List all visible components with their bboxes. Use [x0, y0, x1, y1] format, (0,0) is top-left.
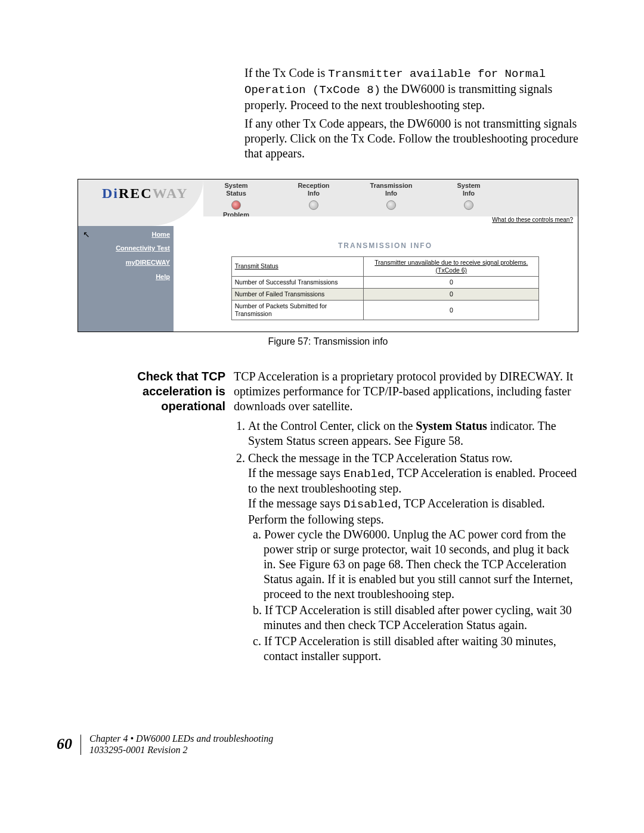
status-dot-icon [309, 200, 318, 210]
step1-pre: At the Control Center, click on the [248, 419, 416, 432]
tab-system-info[interactable]: System Info [442, 182, 496, 216]
tab-label-line1: Reception [287, 182, 340, 190]
step2-disabled: If the message says Disabled, TCP Accele… [248, 496, 578, 527]
sidebar-item-home[interactable]: Home [78, 231, 170, 239]
tab-label-line2: Info [364, 190, 418, 198]
status-dot-icon [386, 200, 396, 210]
figure-content: TRANSMISSION INFO Transmit Status Transm… [197, 233, 573, 329]
section-title: TRANSMISSION INFO [197, 241, 573, 250]
table-row: Number of Successful Transmissions 0 [231, 276, 539, 288]
cursor-icon: ↖ [83, 230, 90, 240]
intro-paragraph-2: If any other Tx Code appears, the DW6000… [244, 116, 578, 161]
section-side-heading: Check that TCP acceleration is operation… [78, 369, 225, 414]
step-1: At the Control Center, click on the Syst… [248, 419, 578, 448]
step2-en-pre: If the message says [248, 466, 343, 479]
status-dot-icon [464, 200, 473, 210]
page-footer: 60 Chapter 4 • DW6000 LEDs and troublesh… [57, 733, 273, 755]
tab-label-line2: Status [209, 190, 263, 198]
tab-reception-info[interactable]: Reception Info [287, 182, 340, 216]
cell-value: 0 [364, 301, 539, 320]
footer-meta: Chapter 4 • DW6000 LEDs and troubleshoot… [89, 733, 273, 755]
figure-header: DiRECWAY System Status Problem Reception… [78, 179, 578, 226]
step2-en-code: Enabled [343, 467, 391, 481]
sidebar-item-connectivity[interactable]: Connectivity Test [78, 244, 170, 253]
figure-screenshot: DiRECWAY System Status Problem Reception… [78, 179, 578, 332]
table-row: Number of Failed Transmissions 0 [231, 288, 539, 300]
step2-line: Check the message in the TCP Acceleratio… [248, 451, 578, 466]
cell-value: Transmitter unavailable due to receive s… [364, 256, 539, 276]
status-dot-icon [231, 200, 241, 210]
substep-b: b. If TCP Acceleration is still disabled… [253, 603, 578, 633]
controls-help-link[interactable]: What do these controls mean? [492, 216, 573, 223]
transmission-info-table: Transmit Status Transmitter unavailable … [231, 256, 540, 321]
page-number: 60 [57, 735, 72, 754]
table-row: Transmit Status Transmitter unavailable … [231, 256, 539, 276]
cell-label: Number of Packets Submitted for Transmis… [231, 301, 364, 320]
figure-sidebar: Home Connectivity Test myDIRECWAY Help [78, 226, 174, 332]
footer-revision: 1033295-0001 Revision 2 [89, 745, 273, 755]
transmit-status-label-link[interactable]: Transmit Status [235, 262, 278, 270]
footer-divider [80, 735, 81, 755]
tab-label-line2: Info [287, 190, 340, 198]
steps-list: At the Control Center, click on the Syst… [234, 419, 578, 664]
brand-rec: REC [119, 185, 153, 201]
tab-system-status[interactable]: System Status Problem [209, 182, 263, 216]
transmit-status-link[interactable]: Transmitter unavailable due to receive s… [374, 259, 528, 274]
step2-dis-code: Disabled [343, 498, 398, 511]
intro-p1-pre: If the Tx Code is [244, 66, 328, 79]
intro-paragraph-1: If the Tx Code is Transmitter available … [244, 66, 578, 113]
step1-bold: System Status [416, 419, 487, 432]
tcp-acceleration-section: Check that TCP acceleration is operation… [78, 369, 578, 667]
brand-di: Di [102, 185, 119, 201]
tab-label-line1: System [442, 182, 496, 190]
step2-dis-pre: If the message says [248, 497, 343, 510]
brand-logo: DiRECWAY [102, 184, 188, 202]
footer-chapter: Chapter 4 • DW6000 LEDs and troubleshoot… [89, 733, 273, 744]
brand-way: WAY [153, 185, 188, 201]
cell-label: Number of Failed Transmissions [231, 288, 364, 300]
figure-caption: Figure 57: Transmission info [78, 336, 578, 348]
controls-help-row: What do these controls mean? [203, 216, 578, 226]
substep-c: c. If TCP Acceleration is still disabled… [253, 634, 578, 664]
section-body: TCP Acceleration is a proprietary protoc… [234, 369, 578, 667]
cell-label: Transmit Status [231, 256, 364, 276]
section-intro: TCP Acceleration is a proprietary protoc… [234, 369, 578, 414]
intro-text-block: If the Tx Code is Transmitter available … [244, 66, 578, 161]
cell-label: Number of Successful Transmissions [231, 276, 364, 288]
substeps: a. Power cycle the DW6000. Unplug the AC… [253, 527, 578, 664]
tab-label-line1: System [209, 182, 263, 190]
substep-a: a. Power cycle the DW6000. Unplug the AC… [253, 527, 578, 602]
step2-enabled: If the message says Enabled, TCP Acceler… [248, 466, 578, 497]
sidebar-item-mydirecway[interactable]: myDIRECWAY [78, 259, 170, 267]
cell-value: 0 [364, 276, 539, 288]
header-tabs: System Status Problem Reception Info Tra… [203, 179, 578, 216]
table-row: Number of Packets Submitted for Transmis… [231, 301, 539, 320]
tab-label-line2: Info [442, 190, 496, 198]
cell-value: 0 [364, 288, 539, 300]
tab-label-line1: Transmission [364, 182, 418, 190]
step-2: Check the message in the TCP Acceleratio… [248, 451, 578, 664]
tab-transmission-info[interactable]: Transmission Info [364, 182, 418, 216]
document-page: If the Tx Code is Transmitter available … [0, 0, 644, 833]
sidebar-item-help[interactable]: Help [78, 273, 170, 281]
